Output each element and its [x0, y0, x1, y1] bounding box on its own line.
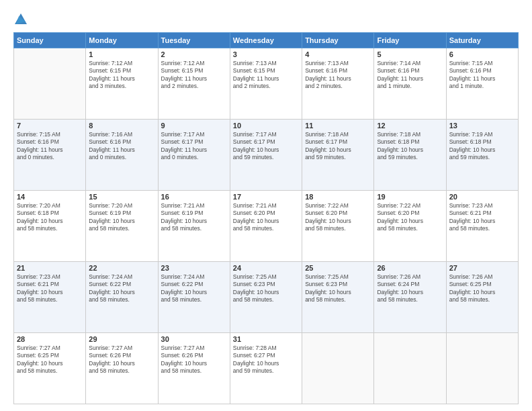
- day-info: Sunrise: 7:28 AM Sunset: 6:27 PM Dayligh…: [233, 345, 299, 375]
- calendar-cell: 30Sunrise: 7:27 AM Sunset: 6:26 PM Dayli…: [158, 333, 230, 404]
- calendar-cell: 20Sunrise: 7:23 AM Sunset: 6:21 PM Dayli…: [446, 191, 518, 262]
- day-info: Sunrise: 7:19 AM Sunset: 6:18 PM Dayligh…: [449, 131, 515, 162]
- calendar-cell: 16Sunrise: 7:21 AM Sunset: 6:19 PM Dayli…: [158, 191, 230, 262]
- day-info: Sunrise: 7:27 AM Sunset: 6:25 PM Dayligh…: [17, 345, 83, 375]
- day-number: 24: [233, 264, 299, 272]
- day-number: 4: [305, 50, 371, 58]
- calendar-week-row: 28Sunrise: 7:27 AM Sunset: 6:25 PM Dayli…: [14, 333, 519, 404]
- day-info: Sunrise: 7:27 AM Sunset: 6:26 PM Dayligh…: [161, 345, 227, 375]
- day-info: Sunrise: 7:23 AM Sunset: 6:21 PM Dayligh…: [17, 273, 83, 304]
- day-number: 12: [377, 122, 443, 130]
- day-info: Sunrise: 7:16 AM Sunset: 6:16 PM Dayligh…: [89, 131, 154, 162]
- day-info: Sunrise: 7:22 AM Sunset: 6:20 PM Dayligh…: [377, 202, 443, 233]
- calendar-cell: [374, 333, 446, 404]
- day-number: 30: [161, 335, 227, 343]
- calendar-cell: 2Sunrise: 7:12 AM Sunset: 6:15 PM Daylig…: [158, 48, 230, 120]
- day-info: Sunrise: 7:20 AM Sunset: 6:19 PM Dayligh…: [89, 202, 154, 233]
- day-number: 25: [305, 264, 371, 272]
- day-info: Sunrise: 7:17 AM Sunset: 6:17 PM Dayligh…: [233, 131, 299, 162]
- calendar-cell: 31Sunrise: 7:28 AM Sunset: 6:27 PM Dayli…: [230, 333, 302, 404]
- calendar-cell: 18Sunrise: 7:22 AM Sunset: 6:20 PM Dayli…: [302, 191, 374, 262]
- day-number: 27: [449, 264, 515, 272]
- day-info: Sunrise: 7:26 AM Sunset: 6:25 PM Dayligh…: [449, 273, 515, 304]
- calendar-cell: 13Sunrise: 7:19 AM Sunset: 6:18 PM Dayli…: [446, 120, 518, 191]
- day-info: Sunrise: 7:25 AM Sunset: 6:23 PM Dayligh…: [305, 273, 371, 304]
- day-number: 23: [161, 264, 227, 272]
- calendar-header-monday: Monday: [86, 33, 158, 48]
- calendar-cell: 27Sunrise: 7:26 AM Sunset: 6:25 PM Dayli…: [446, 262, 518, 333]
- day-number: 5: [377, 50, 443, 58]
- calendar-cell: 29Sunrise: 7:27 AM Sunset: 6:26 PM Dayli…: [86, 333, 158, 404]
- day-number: 9: [161, 122, 227, 130]
- calendar-cell: 22Sunrise: 7:24 AM Sunset: 6:22 PM Dayli…: [86, 262, 158, 333]
- logo: [13, 12, 31, 27]
- calendar-week-row: 21Sunrise: 7:23 AM Sunset: 6:21 PM Dayli…: [14, 262, 519, 333]
- day-info: Sunrise: 7:15 AM Sunset: 6:16 PM Dayligh…: [17, 131, 83, 162]
- calendar-cell: 17Sunrise: 7:21 AM Sunset: 6:20 PM Dayli…: [230, 191, 302, 262]
- day-info: Sunrise: 7:14 AM Sunset: 6:16 PM Dayligh…: [377, 60, 443, 91]
- day-info: Sunrise: 7:18 AM Sunset: 6:18 PM Dayligh…: [377, 131, 443, 162]
- calendar-cell: 28Sunrise: 7:27 AM Sunset: 6:25 PM Dayli…: [14, 333, 86, 404]
- day-number: 6: [449, 50, 515, 58]
- day-info: Sunrise: 7:23 AM Sunset: 6:21 PM Dayligh…: [449, 202, 515, 233]
- day-number: 16: [161, 193, 227, 201]
- calendar-cell: 4Sunrise: 7:13 AM Sunset: 6:16 PM Daylig…: [302, 48, 374, 120]
- calendar-cell: 7Sunrise: 7:15 AM Sunset: 6:16 PM Daylig…: [14, 120, 86, 191]
- calendar-header-thursday: Thursday: [302, 33, 374, 48]
- page: SundayMondayTuesdayWednesdayThursdayFrid…: [0, 0, 532, 411]
- day-number: 18: [305, 193, 371, 201]
- day-number: 14: [17, 193, 83, 201]
- calendar-header-tuesday: Tuesday: [158, 33, 230, 48]
- calendar: SundayMondayTuesdayWednesdayThursdayFrid…: [13, 32, 519, 404]
- calendar-header-friday: Friday: [374, 33, 446, 48]
- calendar-cell: 25Sunrise: 7:25 AM Sunset: 6:23 PM Dayli…: [302, 262, 374, 333]
- day-number: 13: [449, 122, 515, 130]
- calendar-week-row: 14Sunrise: 7:20 AM Sunset: 6:18 PM Dayli…: [14, 191, 519, 262]
- day-number: 2: [161, 50, 227, 58]
- calendar-cell: 12Sunrise: 7:18 AM Sunset: 6:18 PM Dayli…: [374, 120, 446, 191]
- day-info: Sunrise: 7:13 AM Sunset: 6:15 PM Dayligh…: [233, 60, 299, 91]
- day-number: 7: [17, 122, 83, 130]
- day-info: Sunrise: 7:18 AM Sunset: 6:17 PM Dayligh…: [305, 131, 371, 162]
- calendar-cell: 24Sunrise: 7:25 AM Sunset: 6:23 PM Dayli…: [230, 262, 302, 333]
- logo-icon: [13, 12, 28, 27]
- calendar-header-wednesday: Wednesday: [230, 33, 302, 48]
- calendar-cell: 8Sunrise: 7:16 AM Sunset: 6:16 PM Daylig…: [86, 120, 158, 191]
- day-info: Sunrise: 7:13 AM Sunset: 6:16 PM Dayligh…: [305, 60, 371, 91]
- day-info: Sunrise: 7:27 AM Sunset: 6:26 PM Dayligh…: [89, 345, 154, 375]
- calendar-week-row: 7Sunrise: 7:15 AM Sunset: 6:16 PM Daylig…: [14, 120, 519, 191]
- calendar-cell: [446, 333, 518, 404]
- day-info: Sunrise: 7:26 AM Sunset: 6:24 PM Dayligh…: [377, 273, 443, 304]
- day-info: Sunrise: 7:12 AM Sunset: 6:15 PM Dayligh…: [161, 60, 227, 91]
- calendar-cell: [302, 333, 374, 404]
- calendar-cell: 21Sunrise: 7:23 AM Sunset: 6:21 PM Dayli…: [14, 262, 86, 333]
- calendar-cell: 10Sunrise: 7:17 AM Sunset: 6:17 PM Dayli…: [230, 120, 302, 191]
- day-info: Sunrise: 7:20 AM Sunset: 6:18 PM Dayligh…: [17, 202, 83, 233]
- calendar-cell: 11Sunrise: 7:18 AM Sunset: 6:17 PM Dayli…: [302, 120, 374, 191]
- calendar-header-row: SundayMondayTuesdayWednesdayThursdayFrid…: [14, 33, 519, 48]
- day-number: 31: [233, 335, 299, 343]
- day-number: 20: [449, 193, 515, 201]
- calendar-cell: 14Sunrise: 7:20 AM Sunset: 6:18 PM Dayli…: [14, 191, 86, 262]
- day-number: 11: [305, 122, 371, 130]
- day-info: Sunrise: 7:17 AM Sunset: 6:17 PM Dayligh…: [161, 131, 227, 162]
- day-info: Sunrise: 7:12 AM Sunset: 6:15 PM Dayligh…: [89, 60, 154, 91]
- calendar-cell: 23Sunrise: 7:24 AM Sunset: 6:22 PM Dayli…: [158, 262, 230, 333]
- calendar-cell: 15Sunrise: 7:20 AM Sunset: 6:19 PM Dayli…: [86, 191, 158, 262]
- day-info: Sunrise: 7:25 AM Sunset: 6:23 PM Dayligh…: [233, 273, 299, 304]
- calendar-cell: [14, 48, 86, 120]
- calendar-cell: 6Sunrise: 7:15 AM Sunset: 6:16 PM Daylig…: [446, 48, 518, 120]
- calendar-cell: 9Sunrise: 7:17 AM Sunset: 6:17 PM Daylig…: [158, 120, 230, 191]
- calendar-cell: 26Sunrise: 7:26 AM Sunset: 6:24 PM Dayli…: [374, 262, 446, 333]
- day-info: Sunrise: 7:15 AM Sunset: 6:16 PM Dayligh…: [449, 60, 515, 91]
- day-number: 10: [233, 122, 299, 130]
- day-number: 29: [89, 335, 154, 343]
- day-number: 21: [17, 264, 83, 272]
- calendar-cell: 3Sunrise: 7:13 AM Sunset: 6:15 PM Daylig…: [230, 48, 302, 120]
- day-number: 28: [17, 335, 83, 343]
- calendar-cell: 5Sunrise: 7:14 AM Sunset: 6:16 PM Daylig…: [374, 48, 446, 120]
- day-number: 15: [89, 193, 154, 201]
- calendar-cell: 1Sunrise: 7:12 AM Sunset: 6:15 PM Daylig…: [86, 48, 158, 120]
- calendar-header-saturday: Saturday: [446, 33, 518, 48]
- day-info: Sunrise: 7:21 AM Sunset: 6:20 PM Dayligh…: [233, 202, 299, 233]
